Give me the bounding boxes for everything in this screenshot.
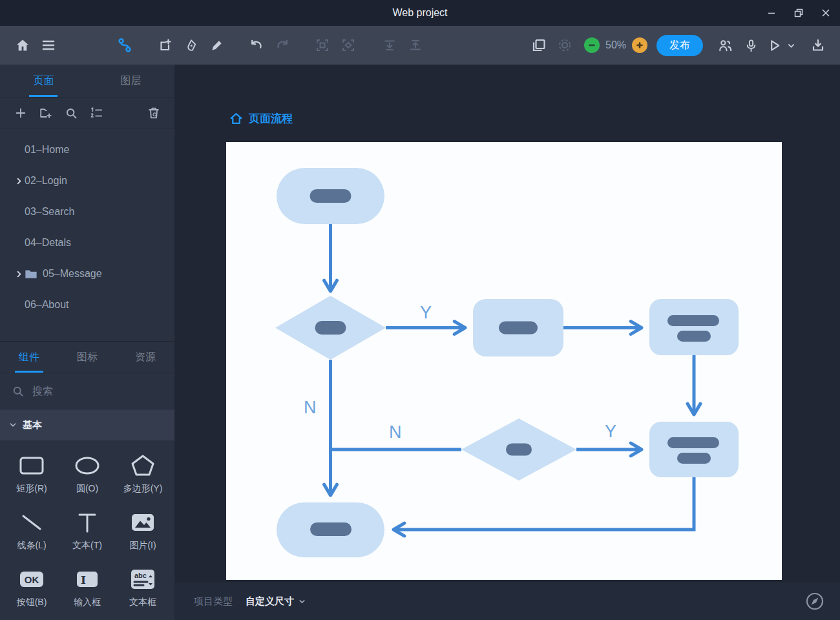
- tab-pages[interactable]: 页面: [0, 65, 87, 97]
- expand-chevron-icon[interactable]: [13, 175, 25, 187]
- pencil-tool[interactable]: [204, 32, 229, 58]
- trash-icon[interactable]: [146, 105, 162, 121]
- flow-process-2[interactable]: [649, 299, 739, 355]
- zoom-in-button[interactable]: [632, 37, 647, 53]
- page-item[interactable]: 06–About: [0, 289, 174, 320]
- expand-chevron-icon[interactable]: [13, 268, 25, 280]
- pen-tool[interactable]: [178, 32, 204, 58]
- component-ellipse[interactable]: 圆(O): [60, 450, 114, 496]
- canvas-area[interactable]: 页面流程: [174, 65, 840, 620]
- preview-play-button[interactable]: [764, 32, 784, 58]
- close-button[interactable]: [821, 8, 831, 18]
- page-list: 01–Home 02–Login 03–Search 04–Detals: [0, 129, 174, 320]
- artboard[interactable]: Y N N Y: [226, 142, 782, 580]
- restore-button[interactable]: [793, 8, 804, 18]
- tab-resources[interactable]: 资源: [116, 342, 174, 373]
- menu-icon[interactable]: [36, 32, 61, 58]
- align-bottom-button[interactable]: [377, 32, 403, 58]
- canvas-size-dropdown[interactable]: 自定义尺寸: [246, 595, 306, 608]
- textarea-icon: abc: [127, 563, 158, 595]
- preview-options-chevron-icon[interactable]: [784, 32, 797, 58]
- flow-process-1[interactable]: [473, 299, 563, 356]
- flow-decision-2[interactable]: [461, 418, 576, 480]
- text-icon: [72, 506, 103, 539]
- page-item-label: 01–Home: [25, 144, 69, 156]
- component-button[interactable]: OK 按钮(B): [3, 563, 60, 610]
- component-input[interactable]: I 输入框: [60, 563, 114, 610]
- flow-nodes[interactable]: [275, 168, 739, 557]
- page-item[interactable]: 05–Message: [0, 258, 174, 289]
- redo-button[interactable]: [269, 32, 295, 58]
- component-label: 文本(T): [72, 540, 102, 552]
- duplicate-board-icon[interactable]: [526, 32, 552, 58]
- component-line[interactable]: 线条(L): [3, 506, 60, 553]
- component-text[interactable]: 文本(T): [60, 506, 114, 553]
- add-folder-icon[interactable]: [38, 105, 54, 121]
- home-outline-icon: [229, 112, 243, 125]
- undo-button[interactable]: [244, 32, 269, 58]
- component-polygon[interactable]: 多边形(Y): [114, 450, 171, 496]
- component-label: 线条(L): [17, 540, 46, 552]
- flow-connectors[interactable]: [331, 224, 695, 530]
- edge-label-no-1: N: [304, 398, 317, 417]
- component-image[interactable]: 图片(I): [114, 506, 171, 553]
- chevron-down-icon: [299, 598, 306, 605]
- section-header-basic[interactable]: 基本: [0, 409, 174, 440]
- component-library: 组件 图标 资源 基本: [0, 341, 174, 620]
- add-page-icon[interactable]: [13, 105, 28, 121]
- component-label: 矩形(R): [16, 483, 47, 495]
- sort-order-icon[interactable]: [89, 105, 104, 121]
- button-glyph: OK: [25, 574, 39, 585]
- search-input[interactable]: [31, 385, 167, 398]
- app-window: Web project: [0, 0, 840, 620]
- flow-process-3[interactable]: [649, 422, 739, 477]
- home-icon[interactable]: [10, 32, 36, 58]
- page-item[interactable]: 03–Search: [0, 196, 174, 227]
- publish-button[interactable]: 发布: [656, 35, 703, 56]
- page-actions-bar: [0, 98, 174, 129]
- edge-label-no-2: N: [389, 422, 402, 442]
- tab-layers[interactable]: 图层: [87, 65, 174, 97]
- component-grid: 矩形(R) 圆(O) 多边形(Y): [0, 440, 174, 610]
- search-icon: [12, 385, 25, 398]
- folder-icon: [25, 267, 43, 280]
- flow-terminator-start[interactable]: [277, 168, 384, 224]
- image-icon: [127, 506, 158, 539]
- compass-icon[interactable]: [804, 590, 826, 612]
- board-title[interactable]: 页面流程: [229, 111, 293, 126]
- page-item[interactable]: 02–Login: [0, 165, 174, 196]
- align-top-button[interactable]: [403, 32, 428, 58]
- tab-components[interactable]: 组件: [0, 342, 58, 373]
- zoom-out-button[interactable]: [584, 37, 600, 53]
- tab-icons[interactable]: 图标: [58, 342, 116, 373]
- flow-connector-tool[interactable]: [112, 32, 138, 58]
- page-item[interactable]: 04–Detals: [0, 227, 174, 258]
- page-item-label: 04–Detals: [25, 237, 71, 249]
- statusbar: 项目类型 自定义尺寸: [174, 583, 840, 620]
- search-pages-icon[interactable]: [63, 105, 79, 121]
- new-frame-tool[interactable]: [152, 32, 178, 58]
- page-item[interactable]: 01–Home: [0, 134, 174, 165]
- page-panel-tabs: 页面 图层: [0, 65, 174, 98]
- flow-decision-1[interactable]: [275, 296, 386, 360]
- microphone-icon[interactable]: [738, 32, 764, 58]
- ellipse-icon: [72, 450, 103, 482]
- component-textarea[interactable]: abc 文本框: [114, 563, 171, 610]
- component-label: 按钮(B): [17, 597, 47, 608]
- group-button[interactable]: [310, 32, 335, 58]
- input-icon: I: [72, 563, 103, 595]
- library-search: [0, 373, 174, 409]
- collaborators-icon[interactable]: [712, 32, 738, 58]
- component-label: 多边形(Y): [123, 483, 163, 495]
- edge-label-yes-2: Y: [605, 422, 616, 441]
- rectangle-icon: [16, 450, 47, 482]
- component-label: 图片(I): [129, 540, 156, 552]
- component-rectangle[interactable]: 矩形(R): [3, 450, 60, 496]
- page-item-label: 05–Message: [43, 268, 102, 280]
- polygon-icon: [127, 450, 158, 482]
- ungroup-button[interactable]: [335, 32, 361, 58]
- minimize-button[interactable]: [766, 8, 777, 18]
- flow-terminator-end[interactable]: [277, 502, 384, 557]
- record-target-icon[interactable]: [552, 32, 578, 58]
- download-button[interactable]: [805, 32, 831, 58]
